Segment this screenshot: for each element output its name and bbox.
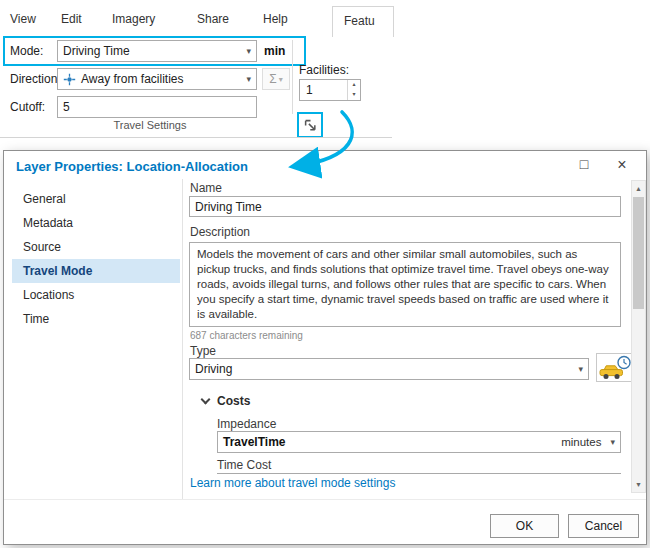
close-button[interactable]: × — [612, 156, 632, 174]
type-dropdown[interactable]: Driving ▾ — [189, 358, 589, 380]
mode-value: Driving Time — [63, 44, 130, 58]
menu-tab-view[interactable]: View — [10, 12, 36, 26]
nav-item-travel-mode[interactable]: Travel Mode — [12, 259, 180, 283]
scroll-down-icon[interactable]: ▼ — [632, 478, 645, 491]
scroll-up-icon[interactable]: ▲ — [632, 182, 645, 195]
menu-tab-share[interactable]: Share — [197, 12, 229, 26]
content-scrollbar[interactable]: ▲ ▼ — [631, 180, 646, 493]
footer-separator — [4, 499, 646, 500]
dialog-title: Layer Properties: Location-Allocation — [16, 159, 248, 174]
name-input[interactable] — [189, 196, 621, 217]
mode-label: Mode: — [10, 44, 43, 58]
chevron-down-icon: ▾ — [246, 74, 251, 84]
spinner-up-icon[interactable]: ▴ — [348, 80, 360, 90]
chevron-down-icon: ▾ — [246, 46, 251, 56]
cutoff-label: Cutoff: — [10, 100, 45, 114]
costs-section-label: Costs — [217, 394, 250, 408]
nav-item-general[interactable]: General — [12, 187, 180, 211]
impedance-value: TravelTime — [223, 435, 285, 449]
contextual-tab-feature[interactable]: Featu — [332, 6, 394, 37]
menu-tab-edit[interactable]: Edit — [61, 12, 82, 26]
dialog-launcher-button[interactable] — [301, 116, 319, 134]
chevron-down-icon: ▾ — [279, 75, 283, 84]
scrollbar-thumb[interactable] — [633, 197, 644, 309]
ribbon-bottom-border — [0, 137, 392, 138]
direction-value: Away from facilities — [81, 72, 183, 86]
menu-tab-imagery[interactable]: Imagery — [112, 12, 155, 26]
sigma-icon: Σ — [269, 72, 276, 86]
menu-tab-help[interactable]: Help — [263, 12, 288, 26]
accumulate-sigma-button[interactable]: Σ ▾ — [262, 68, 290, 90]
impedance-label: Impedance — [217, 417, 276, 431]
impedance-unit-value: minutes — [561, 436, 601, 448]
nav-item-metadata[interactable]: Metadata — [12, 211, 180, 235]
cancel-button[interactable]: Cancel — [568, 514, 639, 538]
type-label: Type — [190, 344, 216, 358]
app-screen: View Edit Imagery Share Help Featu Mode:… — [0, 0, 650, 548]
layer-properties-dialog: Layer Properties: Location-Allocation □ … — [3, 150, 647, 545]
mode-unit-label: min — [264, 44, 285, 58]
spinner-down-icon[interactable]: ▾ — [348, 90, 360, 100]
chevron-down-icon — [201, 395, 211, 405]
type-value: Driving — [195, 362, 232, 376]
description-textarea[interactable]: Models the movement of cars and other si… — [189, 242, 621, 327]
chevron-down-icon: ▾ — [578, 364, 583, 374]
costs-section-expander[interactable]: Costs — [202, 394, 250, 408]
travel-settings-group-label: Travel Settings — [25, 119, 275, 131]
nav-item-locations[interactable]: Locations — [12, 283, 180, 307]
direction-label: Direction: — [10, 72, 61, 86]
nav-item-source[interactable]: Source — [12, 235, 180, 259]
impedance-dropdown[interactable]: TravelTime minutes ▾ — [217, 431, 621, 453]
group-divider — [292, 40, 293, 114]
away-from-facilities-icon — [63, 73, 76, 86]
car-clock-icon — [598, 355, 632, 381]
nav-item-time[interactable]: Time — [12, 307, 180, 331]
clipped-field-edge — [217, 473, 621, 474]
ok-button[interactable]: OK — [490, 514, 559, 538]
travel-mode-type-button[interactable] — [596, 353, 634, 382]
facilities-label: Facilities: — [299, 63, 349, 77]
characters-remaining: 687 characters remaining — [190, 330, 303, 341]
description-label: Description — [190, 225, 250, 239]
nav-content-separator — [182, 179, 183, 499]
facilities-value: 1 — [300, 80, 347, 100]
mode-dropdown[interactable]: Driving Time ▾ — [57, 40, 257, 62]
learn-more-link[interactable]: Learn more about travel mode settings — [190, 476, 395, 490]
maximize-button[interactable]: □ — [574, 156, 594, 172]
time-cost-label: Time Cost — [217, 458, 271, 472]
name-label: Name — [190, 181, 222, 195]
direction-dropdown[interactable]: Away from facilities ▾ — [57, 68, 257, 90]
chevron-down-icon: ▾ — [610, 437, 615, 447]
stepper-buttons: ▴ ▾ — [347, 80, 360, 100]
facilities-stepper[interactable]: 1 ▴ ▾ — [299, 79, 361, 101]
dialog-launcher-icon — [304, 119, 317, 132]
cutoff-input[interactable] — [57, 96, 257, 118]
